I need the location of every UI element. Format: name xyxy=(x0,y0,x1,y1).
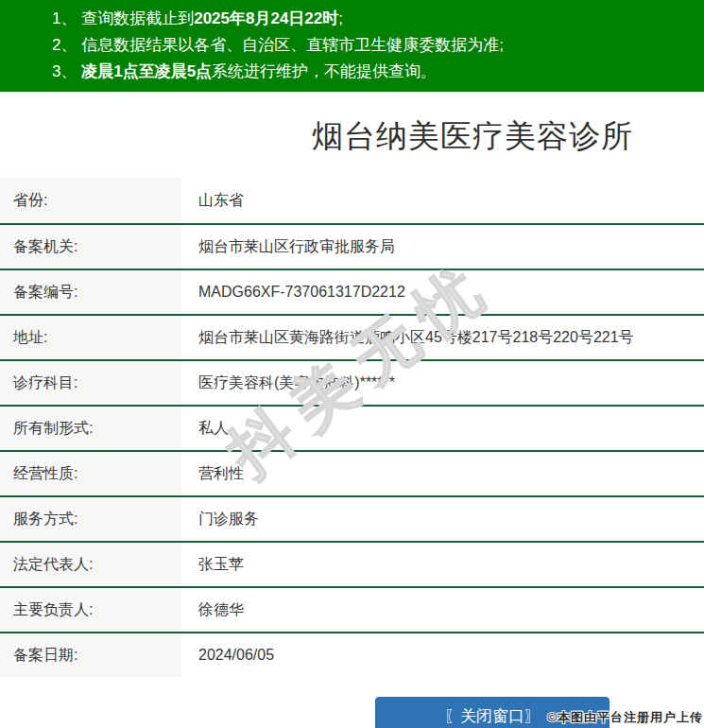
query-result-page: 1、 查询数据截止到2025年8月24日22时; 2、 信息数据结果以各省、自治… xyxy=(0,0,704,728)
notice-line-3-bold: 凌晨1点至凌晨5点 xyxy=(81,62,212,80)
row-value: 2024/06/05 xyxy=(181,633,704,677)
row-value: 门诊服务 xyxy=(181,497,704,541)
notice-line-1-bold: 2025年8月24日22时 xyxy=(194,9,338,27)
notice-banner: 1、 查询数据截止到2025年8月24日22时; 2、 信息数据结果以各省、自治… xyxy=(0,0,704,92)
row-label: 备案机关: xyxy=(0,225,181,269)
notice-line-3: 3、 凌晨1点至凌晨5点系统进行维护，不能提供查询。 xyxy=(52,59,695,85)
table-row-main-person-in-charge: 主要负责人: 徐德华 xyxy=(0,586,704,632)
table-row-filing-date: 备案日期: 2024/06/05 xyxy=(0,632,704,677)
row-value: 烟台市莱山区黄海路街道鹿鸣小区45号楼217号218号220号221号 xyxy=(181,316,704,359)
row-value: 徐德华 xyxy=(181,588,704,632)
row-value: 烟台市莱山区行政审批服务局 xyxy=(181,225,704,269)
table-row-address: 地址: 烟台市莱山区黄海路街道鹿鸣小区45号楼217号218号220号221号 xyxy=(0,314,704,359)
table-row-medical-subjects: 诊疗科目: 医疗美容科(美容皮肤科)****** xyxy=(0,359,704,405)
row-value: MADG66XF-737061317D2212 xyxy=(181,270,704,314)
row-value: 医疗美容科(美容皮肤科)****** xyxy=(181,361,704,405)
row-label: 主要负责人: xyxy=(0,588,181,632)
row-label: 诊疗科目: xyxy=(0,361,181,405)
row-value: 张玉苹 xyxy=(181,543,704,586)
row-label: 备案编号: xyxy=(0,270,181,314)
notice-line-1-pre: 1、 查询数据截止到 xyxy=(52,9,194,27)
notice-line-3-pre: 3、 xyxy=(52,62,81,80)
table-row-province: 省份: 山东省 xyxy=(0,178,704,223)
row-label: 法定代表人: xyxy=(0,543,181,586)
info-table: 省份: 山东省 备案机关: 烟台市莱山区行政审批服务局 备案编号: MADG66… xyxy=(0,178,704,677)
notice-line-1-post: ; xyxy=(338,9,343,27)
row-label: 地址: xyxy=(0,316,181,359)
notice-line-3-post: 系统进行维护，不能提供查询。 xyxy=(212,62,437,80)
row-label: 服务方式: xyxy=(0,497,181,541)
table-row-filing-authority: 备案机关: 烟台市莱山区行政审批服务局 xyxy=(0,223,704,269)
notice-line-2: 2、 信息数据结果以各省、自治区、直辖市卫生健康委数据为准; xyxy=(52,32,695,59)
table-row-ownership-form: 所有制形式: 私人 xyxy=(0,405,704,450)
row-value: 山东省 xyxy=(181,178,704,223)
row-label: 经营性质: xyxy=(0,452,181,495)
row-label: 备案日期: xyxy=(0,633,181,677)
row-value: 私人 xyxy=(181,407,704,450)
row-label: 所有制形式: xyxy=(0,407,181,450)
table-row-filing-number: 备案编号: MADG66XF-737061317D2212 xyxy=(0,269,704,314)
notice-line-2-pre: 2、 信息数据结果以各省、自治区、直辖市卫生健康委数据为准; xyxy=(52,36,504,54)
clinic-title: 烟台纳美医疗美容诊所 xyxy=(0,115,704,158)
table-row-business-nature: 经营性质: 营利性 xyxy=(0,450,704,495)
table-row-service-mode: 服务方式: 门诊服务 xyxy=(0,495,704,541)
row-value: 营利性 xyxy=(181,452,704,495)
upload-caption: ©本图由平台注册用户上传 xyxy=(547,709,703,726)
row-label: 省份: xyxy=(0,178,181,223)
table-row-legal-representative: 法定代表人: 张玉苹 xyxy=(0,541,704,586)
notice-line-1: 1、 查询数据截止到2025年8月24日22时; xyxy=(52,6,695,32)
